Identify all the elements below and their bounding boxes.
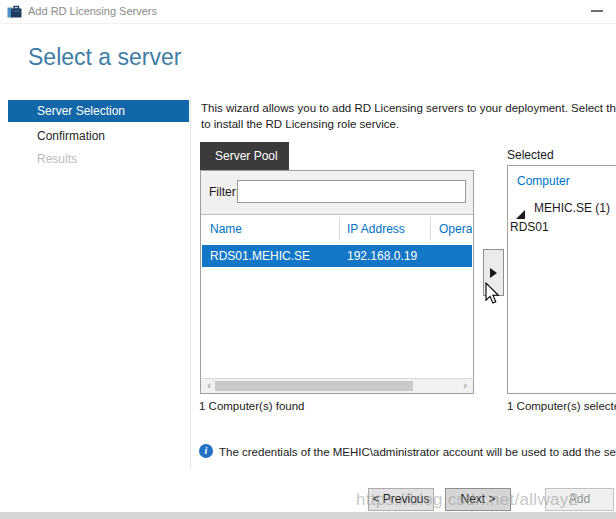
wizard-description: This wizard allows you to add RD Licensi… — [201, 100, 616, 132]
sidebar-item-confirmation[interactable]: Confirmation — [37, 129, 105, 143]
watermark: https://blog.csdn.net/allway2 — [356, 490, 578, 510]
info-text: The credentials of the MEHIC\administrat… — [219, 446, 616, 458]
filter-label: Filter: — [209, 185, 239, 199]
sidebar-item-results: Results — [37, 152, 77, 166]
right-arrow-icon — [490, 268, 497, 278]
column-separator — [339, 217, 340, 241]
sidebar-divider — [190, 97, 191, 469]
column-header-name[interactable]: Name — [210, 222, 242, 236]
page-title: Select a server — [28, 44, 181, 71]
server-pool-panel: Filter: Name IP Address Operating System… — [200, 170, 474, 394]
wizard-window: Add RD Licensing Servers Select a server… — [0, 0, 616, 519]
selected-column-header[interactable]: Computer — [517, 174, 570, 188]
selected-panel: Computer MEHIC.SE (1) RDS01 — [507, 165, 616, 394]
wizard-description-line1: This wizard allows you to add RD Licensi… — [201, 100, 616, 116]
wizard-description-line2: to install the RD Licensing role service… — [201, 116, 616, 132]
server-row-ip: 192.168.0.19 — [347, 245, 417, 267]
rd-licensing-window-icon — [7, 4, 22, 23]
mouse-cursor-icon — [485, 282, 507, 312]
column-separator — [430, 217, 431, 241]
tree-item-server[interactable]: RDS01 — [510, 220, 549, 234]
horizontal-scrollbar[interactable]: ‹ › — [202, 378, 472, 393]
minimize-icon — [591, 10, 603, 12]
server-table — [201, 214, 473, 379]
scroll-right-icon[interactable]: › — [459, 379, 471, 393]
tree-group-label[interactable]: MEHIC.SE (1) — [534, 201, 610, 215]
scrollbar-thumb[interactable] — [215, 381, 413, 391]
window-title: Add RD Licensing Servers — [28, 0, 157, 23]
tab-server-pool[interactable]: Server Pool — [200, 142, 289, 170]
filter-input[interactable] — [237, 180, 466, 203]
computers-selected-status: 1 Computer(s) selected — [507, 400, 616, 412]
server-row-name: RDS01.MEHIC.SE — [210, 245, 310, 267]
titlebar: Add RD Licensing Servers — [0, 0, 616, 24]
server-row-selected[interactable]: RDS01.MEHIC.SE 192.168.0.19 — [202, 245, 472, 267]
scroll-left-icon[interactable]: ‹ — [203, 379, 215, 393]
minimize-button[interactable] — [584, 0, 610, 22]
column-header-ip-address[interactable]: IP Address — [347, 222, 405, 236]
selected-label: Selected — [507, 148, 554, 162]
sidebar-item-server-selection[interactable]: Server Selection — [8, 100, 189, 122]
column-header-operating-system[interactable]: Operating System — [439, 222, 472, 236]
bottom-strip — [0, 512, 616, 519]
info-icon: i — [199, 444, 213, 458]
computers-found-status: 1 Computer(s) found — [199, 400, 304, 412]
